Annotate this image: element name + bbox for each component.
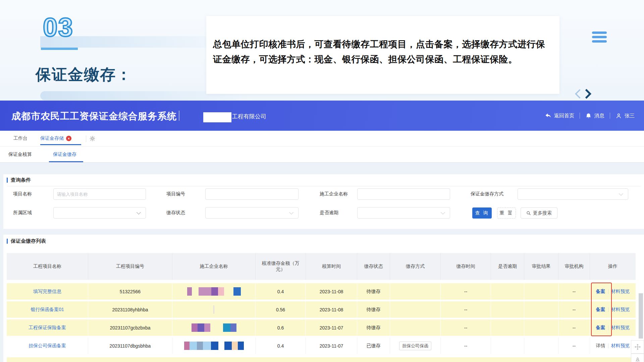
beian-action[interactable]: 备案 bbox=[596, 307, 605, 313]
table-header-row: 工程项目名称 工程项目编号 施工企业名称 核准缴存金额（万元） 核算时间 缴存状… bbox=[7, 253, 636, 280]
deposit-method-select[interactable] bbox=[518, 188, 628, 200]
column-header: 审批机构 bbox=[558, 253, 590, 280]
project-code-input[interactable] bbox=[205, 188, 299, 200]
menu-icon[interactable] bbox=[592, 32, 607, 43]
more-search-button[interactable]: 更多搜索 bbox=[521, 207, 557, 219]
step-underline bbox=[41, 48, 78, 50]
status-cell: 待缴存 bbox=[357, 283, 390, 300]
material-preview-action[interactable]: 材料预览 bbox=[611, 289, 630, 295]
redacted-company-block bbox=[190, 342, 197, 350]
column-header: 核准缴存金额（万元） bbox=[256, 253, 306, 280]
column-header: 审批结果 bbox=[524, 253, 558, 280]
column-header: 操作 bbox=[590, 253, 636, 280]
project-name-cell: 银行保函备案01 bbox=[7, 301, 88, 318]
calc-date-cell: 2023-11-08 bbox=[306, 301, 357, 318]
app-header: 成都市农民工工资保证金综合服务系统 工程有限公司 返回首页 消息 bbox=[0, 101, 644, 131]
carousel-prev-icon[interactable] bbox=[573, 88, 583, 100]
overdue-cell bbox=[491, 301, 524, 318]
table-row: 银行保函备案0120231108yhbhba0.562023-11-08待缴存-… bbox=[7, 301, 636, 318]
company-name-input[interactable] bbox=[357, 188, 450, 200]
rocket-icon bbox=[635, 357, 641, 362]
project-name-label: 项目名称 bbox=[13, 191, 32, 197]
actions-cell: 备案材料预览 bbox=[590, 283, 636, 300]
subtab-deposit-pay[interactable]: 保证金缴存 bbox=[53, 146, 76, 162]
chevron-down-icon bbox=[289, 210, 293, 215]
gear-icon[interactable] bbox=[89, 135, 96, 142]
pay-time-cell: -- bbox=[441, 301, 491, 318]
region-select[interactable] bbox=[53, 207, 146, 219]
vertical-scrollbar-thumb[interactable] bbox=[639, 293, 643, 339]
user-icon bbox=[615, 113, 622, 119]
redacted-company-block bbox=[197, 342, 203, 350]
tab-close-icon[interactable]: × bbox=[66, 136, 71, 141]
tab-bar: 工作台 保证金存储 × bbox=[0, 131, 644, 146]
material-preview-action[interactable]: 材料预览 bbox=[611, 325, 630, 331]
project-code-cell: 20231108yhbhba bbox=[88, 301, 172, 318]
table-section-title: 保证金缴存列表 bbox=[11, 238, 46, 244]
redacted-company-block bbox=[224, 342, 232, 350]
rocket-tool-button[interactable] bbox=[631, 354, 644, 362]
column-header: 缴存状态 bbox=[357, 253, 390, 280]
beian-action[interactable]: 备案 bbox=[596, 289, 605, 295]
result-cell bbox=[524, 319, 558, 336]
query-divider bbox=[7, 186, 641, 186]
region-label: 所属区域 bbox=[13, 210, 32, 216]
page-title: 保证金缴存： bbox=[36, 64, 132, 85]
project-name-link[interactable]: 工程保证保险备案 bbox=[29, 325, 66, 331]
material-preview-action[interactable]: 材料预览 bbox=[611, 343, 630, 349]
overdue-select[interactable] bbox=[357, 207, 450, 219]
amount-cell: 0.6 bbox=[256, 319, 306, 336]
deposit-status-select[interactable] bbox=[205, 207, 299, 219]
redacted-company-block bbox=[187, 287, 192, 296]
redacted-company-block bbox=[204, 323, 210, 332]
column-header: 工程项目名称 bbox=[7, 253, 88, 280]
method-tag: 担保公司保函 bbox=[399, 342, 431, 350]
project-name-cell: 填写完整信息 bbox=[7, 283, 88, 300]
subtab-deposit-check[interactable]: 保证金核算 bbox=[8, 146, 32, 162]
method-cell: 担保公司保函 bbox=[390, 338, 441, 354]
calc-date-cell: 2023-11-08 bbox=[306, 283, 357, 300]
move-icon bbox=[634, 344, 641, 350]
section-accent-bar bbox=[7, 239, 8, 244]
tab-workbench[interactable]: 工作台 bbox=[13, 131, 28, 146]
company-name-label: 施工企业名称 bbox=[320, 191, 348, 197]
actions-cell: 备案材料预览 bbox=[590, 301, 636, 318]
project-code-cell: 51322566 bbox=[88, 283, 172, 300]
header-nav: 返回首页 消息 张三 bbox=[545, 101, 635, 131]
material-preview-action[interactable]: 材料预览 bbox=[611, 307, 630, 313]
search-button[interactable]: 查 询 bbox=[472, 207, 492, 219]
project-name-link[interactable]: 银行保函备案01 bbox=[31, 307, 64, 313]
detail-action[interactable]: 详情 bbox=[596, 343, 605, 349]
column-header: 工程项目编号 bbox=[88, 253, 172, 280]
result-cell bbox=[524, 283, 558, 300]
reset-button[interactable]: 重 置 bbox=[497, 207, 516, 219]
back-home-button[interactable]: 返回首页 bbox=[545, 112, 574, 119]
bell-icon bbox=[585, 113, 592, 119]
redacted-company-block bbox=[232, 342, 238, 350]
project-name-input[interactable] bbox=[53, 188, 146, 200]
deposit-status-label: 缴存状态 bbox=[166, 210, 185, 216]
company-name-cell bbox=[172, 283, 256, 300]
column-header: 缴存方式 bbox=[390, 253, 441, 280]
chevron-down-icon bbox=[441, 210, 445, 215]
pay-time-cell: -- bbox=[441, 319, 491, 336]
actions-cell: 备案材料预览 bbox=[590, 319, 636, 336]
tab-deposit-storage[interactable]: 保证金存储 × bbox=[40, 131, 71, 146]
project-name-link[interactable]: 担保公司保函备案 bbox=[29, 343, 66, 349]
active-subtab-underline bbox=[49, 161, 83, 162]
floating-toolbar bbox=[631, 340, 644, 362]
agency-cell: -- bbox=[558, 319, 590, 336]
tab-bar-divider bbox=[86, 135, 86, 142]
carousel-next-icon[interactable] bbox=[583, 88, 593, 100]
query-section-title: 查询条件 bbox=[11, 177, 31, 183]
agency-cell: -- bbox=[558, 283, 590, 300]
deposit-list-panel: 保证金缴存列表 工程项目名称 工程项目编号 施工企业名称 核准缴存金额（万元） … bbox=[3, 235, 644, 362]
project-name-link[interactable]: 填写完整信息 bbox=[33, 289, 61, 295]
result-cell bbox=[524, 301, 558, 318]
beian-action[interactable]: 备案 bbox=[596, 325, 605, 331]
column-header: 缴存时间 bbox=[441, 253, 491, 280]
method-cell bbox=[390, 283, 441, 300]
move-tool-button[interactable] bbox=[631, 340, 644, 354]
messages-button[interactable]: 消息 bbox=[585, 113, 604, 119]
user-menu[interactable]: 张三 bbox=[615, 113, 635, 119]
